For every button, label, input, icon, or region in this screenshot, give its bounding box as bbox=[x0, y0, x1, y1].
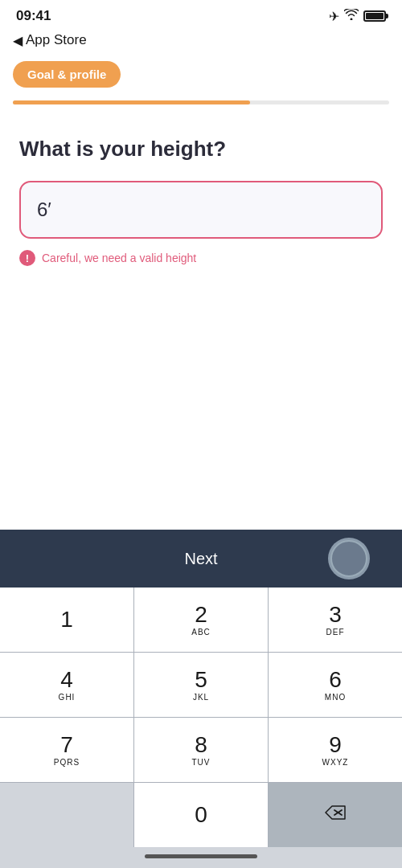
height-input[interactable]: 6′ bbox=[19, 181, 383, 239]
key-4[interactable]: 4 GHI bbox=[0, 653, 133, 717]
home-bar bbox=[145, 854, 257, 858]
back-button[interactable]: App Store bbox=[26, 32, 87, 48]
backspace-icon bbox=[324, 805, 347, 825]
error-icon: ! bbox=[19, 250, 35, 266]
question-title: What is your height? bbox=[19, 137, 383, 162]
key-5[interactable]: 5 JKL bbox=[134, 653, 268, 717]
airplane-icon: ✈ bbox=[329, 9, 339, 24]
nav-bar: ◀ App Store bbox=[0, 29, 402, 55]
next-circle-inner bbox=[330, 540, 367, 577]
goal-profile-button[interactable]: Goal & profile bbox=[13, 61, 121, 88]
next-bar[interactable]: Next bbox=[0, 530, 402, 588]
key-2[interactable]: 2 ABC bbox=[134, 588, 268, 652]
progress-container: Goal & profile bbox=[0, 55, 402, 104]
numpad: 1 2 ABC 3 DEF 4 GHI 5 JKL 6 MNO 7 PQRS 8 bbox=[0, 588, 402, 847]
back-arrow-icon: ◀ bbox=[13, 33, 23, 48]
wifi-icon bbox=[344, 9, 359, 23]
key-empty bbox=[0, 783, 133, 847]
status-icons: ✈ bbox=[329, 9, 386, 24]
key-1[interactable]: 1 bbox=[0, 588, 133, 652]
key-7[interactable]: 7 PQRS bbox=[0, 718, 133, 782]
error-row: ! Careful, we need a valid height bbox=[19, 250, 383, 266]
key-6[interactable]: 6 MNO bbox=[269, 653, 402, 717]
status-bar: 09:41 ✈ bbox=[0, 0, 402, 29]
next-button-circle[interactable] bbox=[328, 538, 370, 579]
error-text: Careful, we need a valid height bbox=[42, 252, 196, 264]
status-time: 09:41 bbox=[16, 8, 51, 24]
key-9[interactable]: 9 WXYZ bbox=[269, 718, 402, 782]
next-label: Next bbox=[184, 550, 217, 568]
home-indicator bbox=[0, 847, 402, 868]
keyboard-area: Next 1 2 ABC 3 DEF 4 GHI 5 JKL 6 MNO bbox=[0, 530, 402, 868]
key-3[interactable]: 3 DEF bbox=[269, 588, 402, 652]
key-8[interactable]: 8 TUV bbox=[134, 718, 268, 782]
main-content: What is your height? 6′ ! Careful, we ne… bbox=[0, 104, 402, 530]
key-backspace[interactable] bbox=[269, 783, 402, 847]
height-input-value: 6′ bbox=[37, 199, 51, 221]
key-0[interactable]: 0 bbox=[134, 783, 268, 847]
battery-icon bbox=[363, 10, 386, 22]
